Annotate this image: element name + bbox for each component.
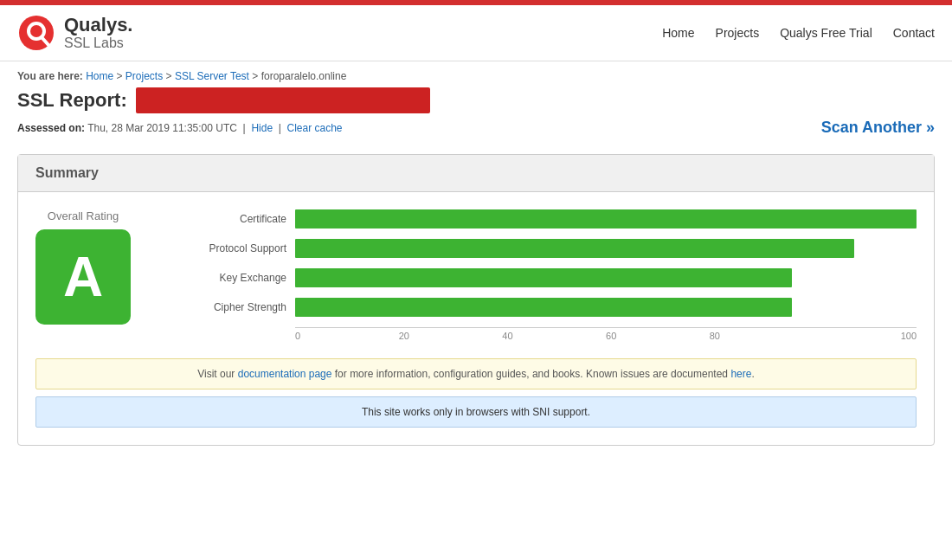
axis-tick-40: 40 — [502, 331, 606, 341]
logo-text: Qualys. SSL Labs — [64, 16, 132, 50]
chart-row-certificate: Certificate — [183, 209, 917, 229]
logo-area: Qualys. SSL Labs — [17, 14, 132, 52]
chart-bar-container-protocol — [295, 239, 917, 258]
overall-rating-label: Overall Rating — [48, 209, 119, 222]
summary-card: Summary Overall Rating A Certificate Pro… — [17, 154, 935, 446]
chart-bar-certificate — [295, 209, 917, 229]
chart-row-protocol: Protocol Support — [183, 239, 917, 258]
hide-link[interactable]: Hide — [251, 122, 273, 134]
nav-qualys-free-trial[interactable]: Qualys Free Trial — [780, 26, 872, 40]
documentation-info-box: Visit our documentation page for more in… — [35, 358, 917, 389]
nav-projects[interactable]: Projects — [716, 26, 760, 40]
chart-label-key-exchange: Key Exchange — [183, 272, 286, 284]
chart-bar-container-certificate — [295, 209, 917, 229]
breadcrumb-prefix: You are here: — [17, 70, 83, 82]
breadcrumb-ssl-server-test[interactable]: SSL Server Test — [175, 70, 249, 82]
chart-bar-cipher — [295, 298, 792, 317]
chart-row-key-exchange: Key Exchange — [183, 268, 917, 287]
main-nav: Home Projects Qualys Free Trial Contact — [662, 26, 935, 40]
grade-box: A — [35, 229, 131, 325]
scan-another-button[interactable]: Scan Another » — [821, 119, 935, 137]
chart-bar-protocol — [295, 239, 854, 258]
rating-section: Overall Rating A Certificate Protocol Su… — [35, 209, 917, 341]
chart-label-cipher: Cipher Strength — [183, 301, 286, 313]
chart-bar-container-cipher — [295, 298, 917, 317]
breadcrumb: You are here: Home > Projects > SSL Serv… — [0, 61, 952, 87]
bar-chart: Certificate Protocol Support Key Exchang… — [183, 209, 917, 341]
domain-bar — [136, 87, 430, 113]
qualys-logo-icon — [17, 14, 55, 52]
chart-bar-key-exchange — [295, 268, 792, 287]
sni-notice-text: This site works only in browsers with SN… — [362, 406, 590, 418]
chart-bar-container-key-exchange — [295, 268, 917, 287]
documentation-page-link[interactable]: documentation page — [238, 368, 332, 380]
assessed-info: Assessed on: Thu, 28 Mar 2019 11:35:00 U… — [17, 122, 343, 134]
clear-cache-link[interactable]: Clear cache — [287, 122, 343, 134]
breadcrumb-domain: foroparalelo.online — [261, 70, 347, 82]
axis-tick-80: 80 — [710, 331, 814, 341]
nav-home[interactable]: Home — [662, 26, 694, 40]
here-link[interactable]: here — [730, 368, 751, 380]
info-text-before: Visit our — [197, 368, 237, 380]
axis-tick-20: 20 — [399, 331, 503, 341]
site-header: Qualys. SSL Labs Home Projects Qualys Fr… — [0, 5, 952, 61]
info-text-after: . — [751, 368, 754, 380]
breadcrumb-home[interactable]: Home — [86, 70, 113, 82]
chart-label-certificate: Certificate — [183, 213, 286, 225]
summary-body: Overall Rating A Certificate Protocol Su… — [18, 192, 934, 445]
logo-ssllabs-label: SSL Labs — [64, 36, 132, 50]
assessed-label: Assessed on: — [17, 122, 85, 134]
axis-tick-60: 60 — [606, 331, 710, 341]
sni-notice-box: This site works only in browsers with SN… — [35, 396, 917, 428]
chart-label-protocol: Protocol Support — [183, 242, 286, 254]
report-title: SSL Report: — [17, 89, 127, 112]
chart-row-cipher: Cipher Strength — [183, 298, 917, 317]
chart-axis: 0 20 40 60 80 100 — [295, 327, 917, 341]
summary-header: Summary — [18, 155, 934, 192]
overall-rating: Overall Rating A — [35, 209, 131, 325]
report-header: SSL Report: Assessed on: Thu, 28 Mar 201… — [0, 87, 952, 145]
breadcrumb-projects[interactable]: Projects — [125, 70, 163, 82]
logo-qualys-label: Qualys. — [64, 16, 132, 35]
info-text-middle: for more information, configuration guid… — [331, 368, 730, 380]
assessed-date: Thu, 28 Mar 2019 11:35:00 UTC — [87, 122, 237, 134]
axis-tick-100: 100 — [813, 331, 917, 341]
nav-contact[interactable]: Contact — [893, 26, 935, 40]
axis-tick-0: 0 — [295, 331, 399, 341]
